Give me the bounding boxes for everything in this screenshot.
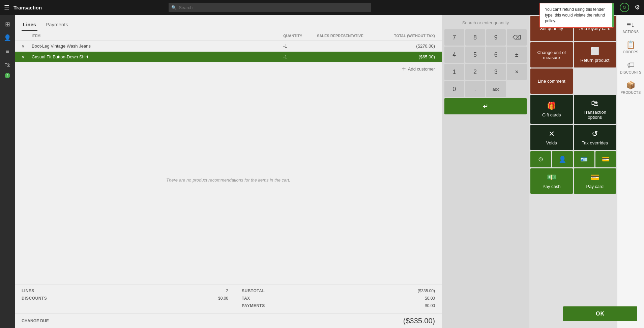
- lines-summary: LINES 2: [22, 289, 228, 293]
- line-comment-label: Line comment: [538, 79, 565, 84]
- line-comment-button[interactable]: Line comment: [530, 69, 573, 94]
- tax-overrides-button[interactable]: ↺ Tax overrides: [574, 125, 616, 150]
- table-row[interactable]: ∨ Boot-Leg Vintage Wash Jeans -1 ($270.0…: [15, 41, 442, 52]
- actions-item[interactable]: ≡↓ ACTIONS: [619, 18, 643, 36]
- pay-card-label: Pay card: [586, 184, 604, 189]
- app-title: Transaction: [13, 5, 42, 10]
- hamburger-icon[interactable]: ☰: [4, 4, 9, 11]
- orders-label: ORDERS: [623, 50, 639, 54]
- numpad-panel: Search or enter quantity 7 8 9 ⌫ 4 5 6 ±…: [442, 15, 529, 328]
- voids-button[interactable]: ✕ Voids: [530, 125, 573, 150]
- transaction-options-label: Transaction options: [577, 110, 614, 120]
- col-total: TOTAL (WITHOUT TAX): [384, 34, 435, 38]
- transaction-panel: Lines Payments ITEM QUANTITY SALES REPRE…: [15, 15, 442, 328]
- transaction-options-button[interactable]: 🛍 Transaction options: [574, 95, 616, 124]
- numpad-6[interactable]: 6: [486, 47, 506, 63]
- lines-value: 2: [226, 289, 228, 293]
- summary-section: LINES 2 DISCOUNTS $0.00 SUBTOTAL ($335.0…: [15, 284, 442, 313]
- numpad-multiply[interactable]: ×: [507, 64, 527, 80]
- actions-sidebar: ≡↓ ACTIONS 📋 ORDERS 🏷 DISCOUNTS 📦 PRODUC…: [617, 15, 644, 328]
- change-unit-label: Change unit of measure: [533, 50, 570, 60]
- notification-message: You can't refund using this tender type,…: [545, 7, 605, 23]
- refresh-icon[interactable]: ↻: [620, 3, 629, 12]
- tax-value: $0.00: [425, 296, 435, 301]
- pos-row-6: ⊜ 👤 🪪 💳: [530, 151, 616, 167]
- table-row[interactable]: ∨ Casual Fit Button-Down Shirt -1 ($65.0…: [15, 52, 442, 62]
- search-input[interactable]: [169, 3, 371, 12]
- sidebar-item-home[interactable]: ⊞: [1, 18, 13, 30]
- orders-item[interactable]: 📋 ORDERS: [619, 38, 643, 57]
- gift-cards-button[interactable]: 🎁 Gift cards: [530, 95, 573, 124]
- numpad-dot[interactable]: .: [465, 81, 485, 97]
- add-customer-button[interactable]: + Add customer: [15, 62, 442, 76]
- numpad-2[interactable]: 2: [465, 64, 485, 80]
- discounts-item[interactable]: 🏷 DISCOUNTS: [619, 58, 643, 77]
- numpad-abc[interactable]: abc: [486, 81, 506, 97]
- numpad-9[interactable]: 9: [486, 29, 506, 46]
- sidebar-item-orders[interactable]: 🛍: [1, 59, 13, 71]
- row-quantity: -1: [283, 54, 317, 59]
- tax-overrides-label: Tax overrides: [582, 140, 608, 145]
- discounts-label: DISCOUNTS: [22, 296, 47, 301]
- pay-card-icon: 💳: [590, 173, 599, 182]
- pos-icon-2[interactable]: 👤: [552, 151, 573, 167]
- tax-overrides-icon: ↺: [592, 130, 598, 138]
- discounts-icon: 🏷: [627, 61, 635, 70]
- tab-payments[interactable]: Payments: [44, 19, 69, 31]
- payments-summary: PAYMENTS $0.00: [242, 303, 435, 308]
- row-item-name: Boot-Leg Vintage Wash Jeans: [32, 44, 283, 49]
- sidebar-item-menu[interactable]: ≡: [1, 45, 13, 57]
- numpad-grid: 7 8 9 ⌫ 4 5 6 ± 1 2 3 × 0 . abc ↵: [444, 29, 527, 114]
- change-due-row: CHANGE DUE ($335.00): [15, 313, 442, 328]
- change-due-value: ($335.00): [403, 317, 435, 325]
- voids-label: Voids: [546, 140, 557, 145]
- search-bar[interactable]: 🔍: [169, 3, 371, 12]
- pos-icon-1[interactable]: ⊜: [530, 151, 551, 167]
- discounts-label: DISCOUNTS: [620, 71, 641, 74]
- return-product-button[interactable]: ⬜ Return product: [574, 42, 616, 67]
- add-customer-label: Add customer: [408, 66, 435, 72]
- sidebar-item-customers[interactable]: 👤: [1, 32, 13, 44]
- numpad-1[interactable]: 1: [444, 64, 464, 80]
- notification-box: You can't refund using this tender type,…: [539, 3, 614, 28]
- numpad-4[interactable]: 4: [444, 47, 464, 63]
- payments-label: PAYMENTS: [242, 303, 265, 308]
- subtotal-summary: SUBTOTAL ($335.00): [242, 289, 435, 293]
- pay-cash-button[interactable]: 💵 Pay cash: [530, 168, 573, 194]
- numpad-0[interactable]: 0: [444, 81, 464, 97]
- gift-cards-icon: 🎁: [547, 102, 556, 110]
- numpad-5[interactable]: 5: [465, 47, 485, 63]
- numpad-3[interactable]: 3: [486, 64, 506, 80]
- tab-lines[interactable]: Lines: [22, 19, 37, 31]
- numpad-enter[interactable]: ↵: [444, 98, 527, 114]
- row-total: ($270.00): [384, 44, 435, 49]
- numpad-plusminus[interactable]: ±: [507, 47, 527, 63]
- voids-icon: ✕: [549, 130, 555, 138]
- subtotal-label: SUBTOTAL: [242, 289, 265, 293]
- add-icon: +: [402, 65, 406, 73]
- main: Lines Payments ITEM QUANTITY SALES REPRE…: [15, 15, 644, 328]
- actions-label: ACTIONS: [623, 30, 639, 34]
- col-expand: [22, 34, 32, 38]
- col-sales-rep: SALES REPRESENTATIVE: [317, 34, 384, 38]
- pay-card-button[interactable]: 💳 Pay card: [574, 168, 616, 194]
- row-expand-icon: ∨: [22, 44, 32, 49]
- pos-row-7: 💵 Pay cash 💳 Pay card: [530, 168, 616, 194]
- discounts-value: $0.00: [218, 296, 228, 301]
- numpad-backspace[interactable]: ⌫: [507, 29, 527, 46]
- products-icon: 📦: [626, 81, 635, 90]
- return-product-icon: ⬜: [590, 47, 599, 56]
- sidebar: ⊞ 👤 ≡ 🛍 2: [0, 15, 15, 328]
- pos-icon-3[interactable]: 🪪: [574, 151, 594, 167]
- gift-cards-label: Gift cards: [542, 112, 561, 117]
- settings-icon[interactable]: ⚙: [635, 4, 640, 11]
- numpad-7[interactable]: 7: [444, 29, 464, 46]
- ok-button[interactable]: OK: [563, 306, 637, 321]
- numpad-8[interactable]: 8: [465, 29, 485, 46]
- pos-icon-4[interactable]: 💳: [595, 151, 616, 167]
- return-product-label: Return product: [580, 58, 609, 63]
- sidebar-badge[interactable]: 2: [5, 73, 10, 78]
- change-unit-button[interactable]: Change unit of measure: [530, 42, 573, 67]
- notification-green-bar: [612, 3, 614, 27]
- products-item[interactable]: 📦 PRODUCTS: [619, 78, 643, 97]
